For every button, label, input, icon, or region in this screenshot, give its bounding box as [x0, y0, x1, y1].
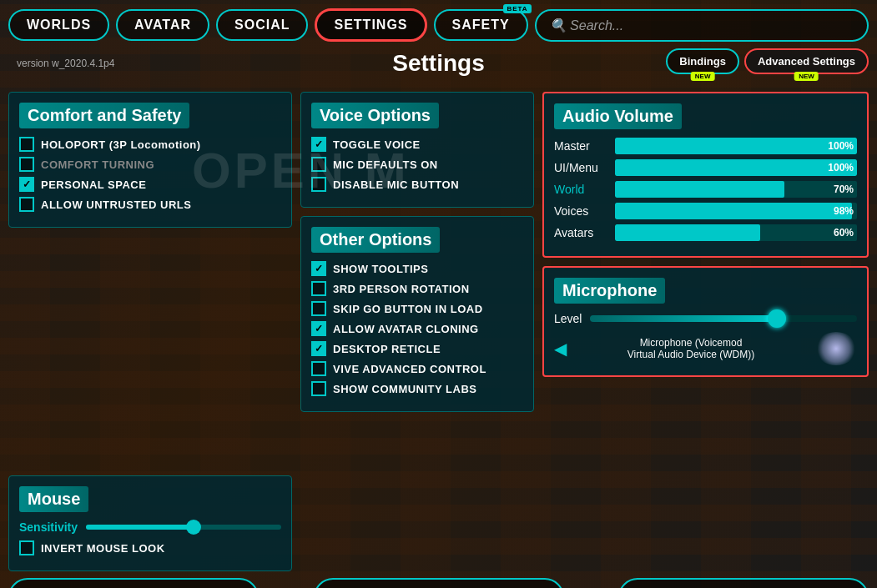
- audio-master-pct: 100%: [828, 140, 854, 152]
- mic-level-slider[interactable]: [590, 315, 857, 322]
- option-desktop-reticle[interactable]: DESKTOP RETICLE: [311, 341, 523, 356]
- invert-mouse-label: INVERT MOUSE LOOK: [41, 542, 165, 555]
- invert-mouse-checkbox[interactable]: [19, 540, 34, 555]
- audio-volume-panel: Audio Volume Master 100% UI/Menu 100%: [542, 92, 869, 258]
- option-vive-advanced[interactable]: VIVE ADVANCED CONTROL: [311, 361, 523, 376]
- option-show-tooltips[interactable]: SHOW TOOLTIPS: [311, 261, 523, 276]
- microphone-panel: Microphone Level ◀ Microphone (VoicemodV…: [542, 266, 869, 377]
- option-personal-space[interactable]: PERSONAL SPACE: [19, 177, 281, 192]
- audio-voices-label: Voices: [554, 204, 608, 218]
- comfort-turning-label: COMFORT TURNING: [41, 158, 154, 171]
- sensitivity-slider[interactable]: [86, 525, 281, 530]
- option-invert-mouse[interactable]: INVERT MOUSE LOOK: [19, 540, 281, 555]
- comfort-safety-panel: Comfort and Safety HOLOPORT (3P Locomoti…: [8, 92, 292, 228]
- advanced-new-badge: NEW: [794, 72, 819, 81]
- holoport-label: HOLOPORT (3P Locomotion): [41, 138, 201, 151]
- audio-voices-slider[interactable]: 98%: [615, 203, 857, 219]
- mic-visualizer: [815, 332, 857, 365]
- option-community-labs[interactable]: SHOW COMMUNITY LABS: [311, 381, 523, 396]
- tab-advanced-settings[interactable]: Advanced Settings NEW: [744, 48, 869, 74]
- version-text: version w_2020.4.1p4: [17, 58, 114, 69]
- search-button[interactable]: 🔍 Search...: [535, 9, 869, 42]
- nav-settings[interactable]: SETTINGS: [315, 8, 426, 42]
- skip-go-label: SKIP GO BUTTON IN LOAD: [333, 303, 483, 315]
- desktop-reticle-checkbox[interactable]: [311, 341, 326, 356]
- audio-world-label: World: [554, 183, 608, 196]
- beta-badge: BETA: [503, 4, 531, 13]
- desktop-reticle-label: DESKTOP RETICLE: [333, 343, 441, 355]
- option-comfort-turning[interactable]: COMFORT TURNING: [19, 157, 281, 172]
- option-untrusted-urls[interactable]: ALLOW UNTRUSTED URLS: [19, 197, 281, 212]
- disable-mic-label: DISABLE MIC BUTTON: [333, 178, 459, 191]
- mic-prev-button[interactable]: ◀: [554, 339, 567, 359]
- option-skip-go[interactable]: SKIP GO BUTTON IN LOAD: [311, 301, 523, 316]
- option-mic-defaults[interactable]: MIC DEFAULTS ON: [311, 157, 523, 172]
- exit-vrchat-button[interactable]: EXIT VRCHAT: [314, 578, 564, 588]
- vive-advanced-checkbox[interactable]: [311, 361, 326, 376]
- comfort-safety-title: Comfort and Safety: [19, 103, 189, 128]
- avatar-cloning-label: ALLOW AVATAR CLONING: [333, 323, 479, 335]
- community-labs-checkbox[interactable]: [311, 381, 326, 396]
- search-placeholder: Search...: [570, 18, 623, 33]
- voice-options-panel: Voice Options TOGGLE VOICE MIC DEFAULTS …: [300, 92, 534, 208]
- audio-master-slider[interactable]: 100%: [615, 138, 857, 154]
- nav-social[interactable]: SOCIAL: [216, 9, 308, 41]
- nav-safety[interactable]: SAFETY BETA: [434, 9, 528, 41]
- personal-space-label: PERSONAL SPACE: [41, 178, 146, 191]
- audio-volume-title: Audio Volume: [554, 103, 682, 129]
- nav-avatar[interactable]: AVATAR: [116, 9, 209, 41]
- community-labs-label: SHOW COMMUNITY LABS: [333, 383, 476, 395]
- audio-master-label: Master: [554, 139, 608, 153]
- mic-level-label: Level: [554, 312, 582, 325]
- untrusted-urls-label: ALLOW UNTRUSTED URLS: [41, 199, 191, 211]
- mic-defaults-label: MIC DEFAULTS ON: [333, 158, 438, 171]
- audio-master-row: Master 100%: [554, 138, 857, 154]
- audio-avatars-row: Avatars 60%: [554, 224, 857, 241]
- holoport-checkbox[interactable]: [19, 137, 34, 152]
- mic-device-name: Microphone (VoicemodVirtual Audio Device…: [573, 337, 809, 360]
- voice-options-title: Voice Options: [311, 103, 439, 128]
- audio-uimenu-row: UI/Menu 100%: [554, 159, 857, 176]
- logout-button[interactable]: LOGOUT: [8, 578, 259, 588]
- skip-go-checkbox[interactable]: [311, 301, 326, 316]
- option-toggle-voice[interactable]: TOGGLE VOICE: [311, 137, 523, 152]
- other-options-panel: Other Options SHOW TOOLTIPS 3RD PERSON R…: [300, 216, 534, 412]
- audio-world-row: World 70%: [554, 181, 857, 198]
- audio-world-pct: 70%: [834, 183, 854, 195]
- option-avatar-cloning[interactable]: ALLOW AVATAR CLONING: [311, 321, 523, 336]
- toggle-voice-label: TOGGLE VOICE: [333, 138, 421, 151]
- vive-advanced-label: VIVE ADVANCED CONTROL: [333, 363, 486, 375]
- microphone-title: Microphone: [554, 278, 665, 304]
- mic-defaults-checkbox[interactable]: [311, 157, 326, 172]
- toggle-voice-checkbox[interactable]: [311, 137, 326, 152]
- mouse-panel: Mouse Sensitivity INVERT MOUSE LOOK: [8, 475, 292, 571]
- tab-bindings[interactable]: Bindings NEW: [666, 48, 739, 74]
- upgrade-account-button[interactable]: UPGRADE ACCOUNT: [618, 578, 869, 588]
- audio-world-slider[interactable]: 70%: [615, 181, 857, 198]
- audio-uimenu-slider[interactable]: 100%: [615, 159, 857, 176]
- comfort-turning-checkbox[interactable]: [19, 157, 34, 172]
- avatar-cloning-checkbox[interactable]: [311, 321, 326, 336]
- other-options-title: Other Options: [311, 227, 440, 253]
- option-disable-mic[interactable]: DISABLE MIC BUTTON: [311, 177, 523, 192]
- 3rd-person-checkbox[interactable]: [311, 281, 326, 296]
- bindings-new-badge: NEW: [691, 72, 715, 81]
- show-tooltips-checkbox[interactable]: [311, 261, 326, 276]
- personal-space-checkbox[interactable]: [19, 177, 34, 192]
- audio-avatars-label: Avatars: [554, 226, 608, 239]
- option-3rd-person[interactable]: 3RD PERSON ROTATION: [311, 281, 523, 296]
- nav-worlds[interactable]: WORLDS: [8, 9, 109, 41]
- safety-label: SAFETY: [452, 18, 510, 32]
- option-holoport[interactable]: HOLOPORT (3P Locomotion): [19, 137, 281, 152]
- search-icon: 🔍: [550, 18, 567, 33]
- untrusted-urls-checkbox[interactable]: [19, 197, 34, 212]
- audio-voices-row: Voices 98%: [554, 203, 857, 219]
- mouse-title: Mouse: [19, 486, 88, 512]
- show-tooltips-label: SHOW TOOLTIPS: [333, 263, 428, 275]
- audio-uimenu-pct: 100%: [828, 162, 854, 173]
- 3rd-person-label: 3RD PERSON ROTATION: [333, 283, 470, 295]
- disable-mic-checkbox[interactable]: [311, 177, 326, 192]
- audio-avatars-slider[interactable]: 60%: [615, 224, 857, 241]
- audio-voices-pct: 98%: [834, 205, 854, 217]
- sensitivity-label: Sensitivity: [19, 520, 78, 534]
